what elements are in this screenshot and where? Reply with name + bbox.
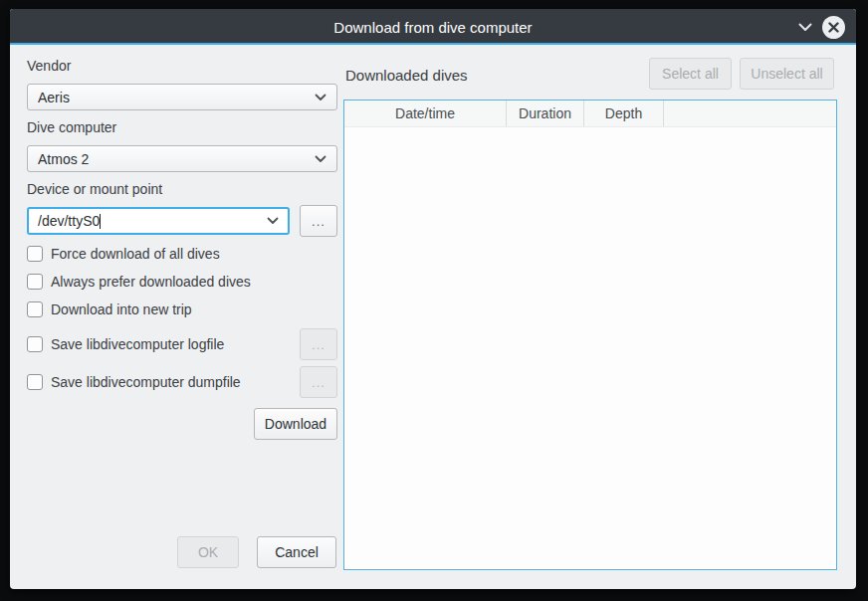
checkbox-prefer-downloaded[interactable]: Always prefer downloaded dives [27,274,251,290]
checkbox-download-new-trip[interactable]: Download into new trip [27,301,192,317]
close-icon[interactable] [822,16,845,39]
checkbox-label: Download into new trip [51,301,192,317]
dumpfile-browse-button[interactable]: ... [300,366,337,398]
chevron-down-icon [315,155,326,163]
vendor-label: Vendor [27,58,71,74]
select-all-button[interactable]: Select all [649,58,732,90]
column-header-duration[interactable]: Duration [507,100,584,126]
checkbox-box[interactable] [27,301,43,317]
vendor-value: Aeris [38,90,315,105]
titlebar-chevron-down-icon[interactable] [795,17,815,37]
dive-computer-combobox[interactable]: Atmos 2 [27,145,337,172]
device-combobox[interactable]: /dev/ttyS0 [27,207,290,235]
checkbox-label: Force download of all dives [51,246,220,262]
table-body-empty[interactable] [344,127,836,570]
dive-computer-value: Atmos 2 [38,151,315,167]
device-value: /dev/ttyS0 [38,213,100,229]
dive-computer-label: Dive computer [27,119,116,135]
window-title: Download from dive computer [10,9,856,45]
vendor-combobox[interactable]: Aeris [27,84,337,110]
downloaded-dives-table[interactable]: Date/time Duration Depth [343,100,837,570]
chevron-down-icon [315,94,326,101]
column-header-depth[interactable]: Depth [584,100,664,126]
checkbox-force-download[interactable]: Force download of all dives [27,246,220,262]
downloaded-dives-label: Downloaded dives [345,67,468,84]
column-header-datetime[interactable]: Date/time [344,100,507,126]
ok-button[interactable]: OK [177,536,239,568]
checkbox-label: Save libdivecomputer dumpfile [51,374,241,390]
logfile-browse-button[interactable]: ... [300,328,337,360]
cancel-button[interactable]: Cancel [257,536,336,568]
checkbox-save-logfile[interactable]: Save libdivecomputer logfile [27,336,224,352]
download-button[interactable]: Download [254,408,337,440]
text-caret [100,214,101,229]
checkbox-box[interactable] [27,374,43,390]
checkbox-box[interactable] [27,246,43,262]
checkbox-label: Always prefer downloaded dives [51,274,251,290]
checkbox-box[interactable] [27,336,43,352]
checkbox-box[interactable] [27,274,43,290]
checkbox-label: Save libdivecomputer logfile [51,336,224,352]
column-header-empty[interactable] [664,100,836,126]
download-dialog-window: Download from dive computer Vendor Aeris… [10,9,856,589]
chevron-down-icon [267,217,279,225]
device-browse-button[interactable]: ... [300,205,337,237]
table-header-row: Date/time Duration Depth [344,100,836,127]
unselect-all-button[interactable]: Unselect all [740,58,834,90]
checkbox-save-dumpfile[interactable]: Save libdivecomputer dumpfile [27,374,241,390]
titlebar[interactable]: Download from dive computer [10,9,856,45]
device-mount-point-label: Device or mount point [27,181,162,197]
